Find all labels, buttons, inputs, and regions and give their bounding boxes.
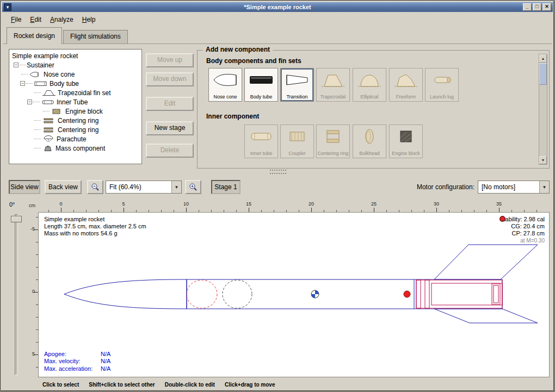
add-body-tube-button[interactable]: Body tube (244, 68, 278, 102)
maximize-button[interactable]: □ (533, 3, 541, 11)
zoom-select[interactable]: Fit (60.4%) ▼ (106, 181, 182, 194)
apogee-value: N/A (101, 351, 110, 357)
tree-connector (21, 74, 28, 74)
magnifier-minus-icon (91, 183, 100, 191)
transition-icon (281, 71, 313, 89)
add-transition-button[interactable]: Transition (280, 68, 314, 102)
tab-flight-simulations[interactable]: Flight simulations (63, 30, 128, 43)
tree-item-rocket[interactable]: Simple example rocket (9, 51, 141, 60)
tree-connector (26, 83, 33, 84)
tree-item-parachute[interactable]: Parachute (9, 134, 141, 144)
zoom-out-button[interactable] (87, 180, 103, 194)
tree-item-centering-ring-1[interactable]: Centering ring (9, 116, 141, 125)
delete-button: Delete (146, 144, 194, 158)
component-panel-scrollbar[interactable]: ▲ ▼ (539, 54, 547, 165)
rotation-slider-track[interactable] (15, 214, 18, 375)
tree-item-label: Nose cone (44, 71, 75, 78)
cg-value: 20.4 cm (523, 223, 545, 230)
tree-item-fin-set[interactable]: Trapezoidal fin set (9, 88, 141, 97)
tree-item-engine-block[interactable]: Engine block (9, 107, 141, 116)
centering-ring-icon (42, 127, 55, 133)
menu-file[interactable]: File (7, 14, 26, 25)
scrollbar-thumb[interactable] (539, 63, 547, 85)
chevron-down-icon[interactable]: ▼ (171, 181, 181, 193)
freeform-fin-icon (390, 71, 422, 90)
ruler-unit-label: cm (29, 203, 35, 208)
cg-label: CG: (511, 223, 522, 230)
component-button-label: Body tube (245, 95, 277, 99)
rotation-slider-handle[interactable] (11, 216, 22, 222)
tree-item-inner-tube[interactable]: − Inner Tube (9, 97, 141, 107)
group-title: Add new component (203, 46, 273, 53)
tree-expander-icon[interactable]: − (27, 99, 32, 104)
rocket-dimensions: Length 37.5 cm, max. diameter 2.5 cm (44, 223, 146, 230)
tree-connector (20, 65, 26, 65)
ruler-tick-label: 15 (246, 201, 251, 207)
menu-bar: File Edit Analyze Help (3, 13, 552, 26)
tree-expander-icon[interactable]: − (20, 81, 25, 86)
tree-item-label: Centering ring (58, 117, 98, 125)
component-button-label: Inner tube (245, 151, 277, 156)
component-button-label: Launch lug (426, 95, 458, 99)
tree-item-label: Simple example rocket (12, 52, 78, 60)
tree-connector (43, 111, 50, 111)
tab-strip: Rocket design Flight simulations (3, 26, 552, 43)
tab-rocket-design[interactable]: Rocket design (7, 27, 62, 44)
tree-item-nose-cone[interactable]: Nose cone (9, 70, 141, 79)
max-velocity-value: N/A (101, 358, 110, 364)
window-icon[interactable]: ▾ (4, 3, 11, 11)
menu-analyze[interactable]: Analyze (46, 14, 78, 25)
vertical-ruler: -5 0 5 (27, 212, 38, 377)
elliptical-fin-icon (353, 71, 386, 90)
tree-item-label: Parachute (57, 135, 87, 143)
chevron-down-icon[interactable]: ▼ (539, 181, 549, 193)
back-view-button[interactable]: Back view (45, 180, 82, 194)
cp-value: 27.8 cm (523, 230, 545, 237)
tree-connector (34, 92, 41, 93)
tree-item-body-tube[interactable]: − Body tube (9, 79, 141, 88)
new-stage-button[interactable]: New stage (146, 121, 194, 135)
tree-item-mass-component[interactable]: Mass component (9, 144, 141, 153)
scroll-up-button[interactable]: ▲ (539, 54, 547, 63)
rocket-view-canvas[interactable]: Simple example rocket Length 37.5 cm, ma… (38, 212, 550, 377)
add-elliptical-fin-button: Elliptical (353, 68, 386, 102)
menu-edit[interactable]: Edit (26, 14, 46, 25)
tree-item-centering-ring-2[interactable]: Centering ring (9, 125, 141, 134)
rocket-name: Simple example rocket (44, 216, 146, 223)
ruler-ticks (34, 229, 38, 356)
zoom-select-value: Fit (60.4%) (109, 183, 169, 191)
ruler-tick-label: 5 (122, 201, 125, 207)
component-button-label: Coupler (281, 151, 313, 156)
ruler-tick-label: 20 (309, 201, 314, 207)
component-tree: Simple example rocket − Sustainer Nose c… (9, 49, 142, 164)
scroll-down-button[interactable]: ▼ (539, 156, 547, 164)
zoom-in-button[interactable] (185, 180, 201, 194)
status-bar: Click to select Shift+click to select ot… (3, 380, 552, 389)
status-hint: Double-click to edit (165, 382, 215, 388)
add-nose-cone-button[interactable]: Nose cone (208, 68, 242, 102)
tree-connector (34, 129, 41, 130)
tree-item-sustainer[interactable]: − Sustainer (9, 60, 141, 70)
inner-tube-icon (245, 128, 278, 145)
stage1-toggle-button[interactable]: Stage 1 (211, 180, 240, 194)
component-button-label: Engine block (390, 151, 422, 156)
app-window: ▾ *Simple example rocket _ □ ✕ File Edit… (0, 0, 555, 392)
motor-configuration-select[interactable]: [No motors] ▼ (478, 181, 550, 194)
minimize-button[interactable]: _ (523, 3, 532, 11)
flight-data-block: Apogee:N/A Max. velocity:N/A Max. accele… (44, 351, 110, 373)
component-button-label: Transition (281, 95, 313, 99)
tree-connector (34, 120, 41, 121)
window-title: *Simple example rocket (2, 4, 553, 10)
tree-connector (34, 139, 41, 139)
nose-cone-icon (29, 71, 41, 78)
component-button-label: Elliptical (354, 95, 385, 99)
tree-expander-icon[interactable]: − (14, 63, 18, 67)
close-button[interactable]: ✕ (542, 3, 551, 11)
rocket-diagram[interactable] (39, 213, 549, 377)
ruler-tick-label: 25 (371, 201, 377, 207)
splitter-handle[interactable] (270, 170, 286, 174)
menu-help[interactable]: Help (78, 14, 100, 25)
engine-block-icon (51, 108, 63, 115)
cp-label: CP: (512, 230, 522, 237)
side-view-button[interactable]: Side view (9, 180, 40, 194)
